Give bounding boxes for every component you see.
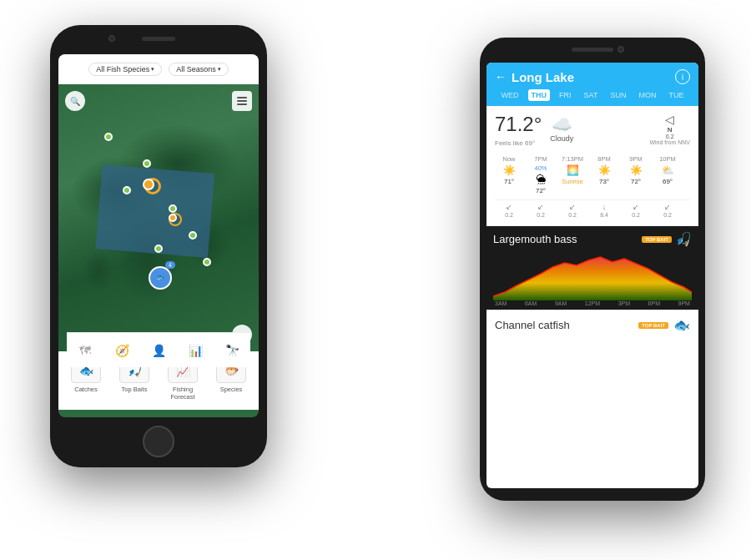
chart-9pm: 9PM [678,300,690,306]
chart-6pm: 6PM [648,300,660,306]
temperature-block: 71.2° Feels like 69° [495,113,542,147]
hour-8pm-icon: ☀️ [598,164,611,176]
chart-3am: 3AM [495,300,507,306]
wind-9pm: ↓ 8.4 [590,203,618,218]
temperature: 71.2° [495,113,542,136]
species-filter[interactable]: All Fish Species [88,63,162,76]
channel-catfish-section: Channel catfish TOP BAIT 🐟 [486,310,698,340]
nav-chart-icon[interactable]: 📊 [184,339,207,362]
condition-text: Cloudy [550,134,573,143]
weather-main: 71.2° Feels like 69° ☁️ Cloudy ◁ N 0.2 W… [495,113,690,147]
wind-10pm: ↙ 0.2 [622,203,650,218]
back-button[interactable]: ← [495,70,507,83]
weather-section: 71.2° Feels like 69° ☁️ Cloudy ◁ N 0.2 W… [486,106,698,226]
tab-thu[interactable]: THU [528,89,551,101]
wind-8pm: ↙ 0.2 [558,203,587,218]
bass-top-bait: TOP BAIT [642,236,672,243]
hour-8pm-temp: 73° [599,178,609,185]
wind-speed: 0.2 [649,134,690,139]
map-pin-3 [123,186,131,194]
map-pin-5 [189,231,197,240]
bass-bait-info: TOP BAIT 🎣 [642,231,692,247]
svg-rect-0 [237,97,247,98]
tab-mon[interactable]: MON [635,89,659,101]
season-filter[interactable]: All Seasons [169,63,229,76]
tab-tue[interactable]: TUE [665,89,687,101]
nav-profile-icon[interactable]: 👤 [147,339,170,362]
wind-block: ◁ N 0.2 Wind from NNV [649,113,690,145]
map-layers-icon[interactable] [232,91,252,111]
catfish-bait-info: TOP BAIT 🐟 [638,317,690,333]
chart-area [493,257,692,300]
speaker-left [142,37,175,41]
filter-bar: All Fish Species All Seasons [58,54,259,84]
activity-chart-bass [493,250,692,300]
top-baits-label: Top Baits [122,386,148,393]
wind-9pm-speed: 8.4 [600,212,608,218]
hour-8pm-label: 8PM [597,155,610,163]
info-label: i [682,73,683,82]
home-button[interactable] [143,426,174,457]
hour-7pm-rain: 40% [534,164,547,172]
hour-now-label: Now [502,155,515,163]
fish-header-bass: Largemouth bass TOP BAIT 🎣 [493,231,692,247]
tab-fri[interactable]: FRI [556,89,575,101]
catfish-name: Channel catfish [495,319,570,331]
hour-now-icon: ☀️ [503,164,516,176]
fish-count-badge: 4 [165,261,175,269]
wind-now: ↙ 0.2 [495,203,523,218]
selected-pin [143,179,154,190]
map-area[interactable]: 🔍 ⊕ [58,84,259,351]
chart-3pm: 3PM [618,300,630,306]
wind-now-dir: ↙ [506,203,512,211]
left-screen: All Fish Species All Seasons 🔍 ⊕ [58,54,259,417]
hour-10pm-icon: ⛅ [662,164,674,176]
map-search-icon[interactable]: 🔍 [65,91,85,111]
catfish-bait-icon: 🐟 [673,317,690,333]
fish-location-pin[interactable]: 🐟 4 [149,266,172,290]
hour-7pm-label: 7PM [534,155,547,163]
hour-now-temp: 71° [504,178,514,185]
tab-sat[interactable]: SAT [581,89,602,101]
bass-name: Largemouth bass [493,233,577,245]
hour-sunrise-icon: 🌅 [567,164,579,176]
info-icon[interactable]: i [675,69,690,84]
nav-binoculars-icon[interactable]: 🔭 [220,339,244,362]
wind-row: ↙ 0.2 ↙ 0.2 ↙ 0.2 ↓ 8.4 [495,199,690,220]
wind-arrow-icon: ◁ [649,113,690,126]
camera-right [617,46,624,53]
camera-left [108,35,115,42]
wind-11pm-speed: 0.2 [663,212,672,218]
map-pin-4 [169,204,177,213]
chart-time-labels: 3AM 6AM 9AM 12PM 3PM 6PM 9PM [493,300,692,306]
chart-svg-bass [493,250,692,300]
wind-7pm-dir: ↙ [537,203,544,211]
hour-9pm-temp: 72° [631,178,641,185]
chart-9am: 9AM [555,300,567,306]
bottom-nav: 🗺 🧭 👤 📊 🔭 [67,332,250,367]
hour-9pm-label: 9PM [629,155,642,163]
tab-sun[interactable]: SUN [607,89,629,101]
nav-compass-icon[interactable]: 🧭 [110,339,134,362]
wind-direction: N [649,126,690,134]
wind-7pm: ↙ 0.2 [527,203,555,218]
nav-map-icon[interactable]: 🗺 [73,339,97,362]
hour-10pm-temp: 69° [663,178,673,185]
fish-pin-circle: 🐟 4 [149,266,172,290]
catches-label: Catches [74,386,98,393]
bass-bait-icon: 🎣 [675,231,692,247]
hour-10pm: 10PM ⛅ 69° [653,155,682,194]
hour-9pm: 9PM ☀️ 72° [622,155,650,194]
hour-7pm-temp: 72° [536,187,546,194]
hour-8pm: 8PM ☀️ 73° [590,155,618,194]
sunrise-text: Sunrise [562,178,582,185]
right-header: ← Long Lake i WED THU FRI SAT SUN MON TU… [486,63,698,106]
map-pin-6 [203,258,211,266]
tab-wed[interactable]: WED [498,89,522,101]
map-pin-1 [104,133,113,141]
wind-9pm-dir: ↓ [602,203,607,211]
hour-11pm: 11PM 5% 🌧 67° [685,155,690,194]
fish-section-bass: Largemouth bass TOP BAIT 🎣 [486,226,698,310]
svg-rect-2 [237,103,247,105]
wind-11pm: ↙ 0.2 [653,203,682,218]
